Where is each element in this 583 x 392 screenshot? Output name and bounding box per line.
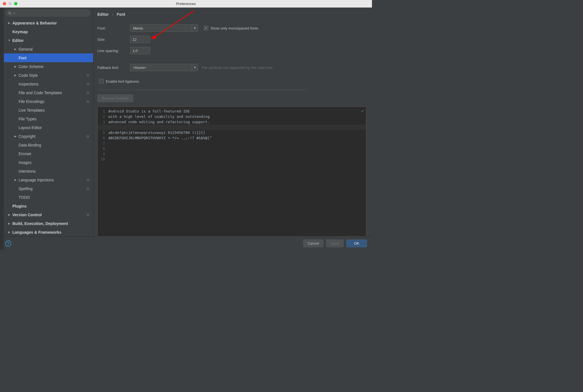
sidebar-item-label: Inspections (19, 82, 39, 86)
sidebar-item-images[interactable]: ▶Images (4, 158, 93, 167)
sidebar-item-label: Images (19, 160, 32, 165)
sidebar-item-label: Version Control (12, 213, 42, 217)
sidebar-item-live-templates[interactable]: ▶Live Templates (4, 106, 93, 114)
sidebar-item-label: Intentions (19, 169, 36, 174)
search-history-icon[interactable]: ▾ (14, 12, 15, 15)
divider (97, 90, 308, 90)
chevron-right-icon: ▶ (14, 48, 17, 51)
sidebar-item-language-injections[interactable]: ▶Language Injections⧉ (4, 175, 93, 184)
sidebar: ▾ ▶Appearance & Behavior▶Keymap▼Editor▶G… (0, 8, 93, 236)
sidebar-item-appearance-behavior[interactable]: ▶Appearance & Behavior (4, 19, 93, 27)
sidebar-item-color-scheme[interactable]: ▶Color Scheme (4, 62, 93, 71)
sidebar-item-languages-frameworks[interactable]: ▶Languages & Frameworks (4, 228, 93, 236)
window-title: Preferences (176, 2, 196, 6)
sidebar-item-label: File Types (19, 117, 37, 121)
font-label: Font: (97, 26, 130, 30)
project-scheme-icon: ⧉ (87, 213, 89, 217)
chevron-right-icon: ▶ (7, 222, 11, 225)
settings-tree: ▶Appearance & Behavior▶Keymap▼Editor▶Gen… (4, 19, 93, 236)
sidebar-item-label: Code Style (19, 73, 38, 78)
sidebar-item-spelling[interactable]: ▶Spelling⧉ (4, 184, 93, 193)
fallback-font-combobox[interactable]: <None> ▼ (130, 64, 198, 71)
cancel-button[interactable]: Cancel (303, 240, 323, 247)
sidebar-item-code-style[interactable]: ▶Code Style⧉ (4, 71, 93, 80)
sidebar-item-label: Spelling (19, 186, 33, 191)
project-scheme-icon: ⧉ (87, 178, 89, 182)
sidebar-item-file-and-code-templates[interactable]: ▶File and Code Templates⧉ (4, 88, 93, 97)
search-icon (8, 12, 12, 15)
sidebar-item-plugins[interactable]: ▶Plugins (4, 202, 93, 210)
breadcrumb-root[interactable]: Editor (97, 12, 109, 17)
sidebar-item-data-binding[interactable]: ▶Data Binding (4, 141, 93, 149)
sidebar-item-file-encodings[interactable]: ▶File Encodings⧉ (4, 97, 93, 106)
sidebar-item-label: Data Binding (19, 143, 41, 147)
checkbox-icon (204, 26, 208, 30)
sidebar-item-layout-editor[interactable]: ▶Layout Editor (4, 123, 93, 132)
minimize-window-icon (8, 2, 12, 5)
sidebar-item-copyright[interactable]: ▶Copyright⧉ (4, 132, 93, 141)
sidebar-item-intentions[interactable]: ▶Intentions (4, 167, 93, 175)
sidebar-item-keymap[interactable]: ▶Keymap (4, 27, 93, 36)
sidebar-item-inspections[interactable]: ▶Inspections⧉ (4, 80, 93, 88)
project-scheme-icon: ⧉ (87, 134, 89, 138)
sidebar-item-label: Build, Execution, Deployment (12, 221, 68, 226)
sidebar-item-editor[interactable]: ▼Editor (4, 36, 93, 45)
chevron-right-icon: ▶ (14, 178, 17, 181)
monospaced-label: Show only monospaced fonts (210, 26, 258, 30)
font-preview-editor[interactable]: 12345678910 Android Studio is a full-fea… (97, 107, 366, 236)
breadcrumb-leaf: Font (117, 12, 125, 17)
project-scheme-icon: ⧉ (87, 82, 89, 86)
project-scheme-icon: ⧉ (87, 73, 89, 77)
sidebar-item-file-types[interactable]: ▶File Types (4, 114, 93, 123)
sidebar-item-label: Live Templates (19, 108, 45, 112)
sidebar-item-label: File Encodings (19, 99, 44, 104)
font-combobox[interactable]: Menlo ▼ (130, 24, 198, 32)
inspection-hector-icon[interactable]: ✔ (362, 109, 364, 113)
svg-point-0 (9, 12, 11, 14)
sidebar-item-todo[interactable]: ▶TODO (4, 193, 93, 202)
breadcrumb: Editor › Font (97, 12, 366, 17)
ligatures-checkbox-row[interactable]: Enable font ligatures (99, 79, 366, 84)
monospaced-checkbox-row[interactable]: Show only monospaced fonts (204, 26, 258, 30)
ok-button[interactable]: OK (346, 240, 367, 247)
sidebar-item-general[interactable]: ▶General (4, 45, 93, 53)
apply-button[interactable]: Apply (326, 240, 344, 247)
current-line-highlight (98, 125, 366, 130)
close-window-icon[interactable] (3, 2, 6, 5)
search-input[interactable]: ▾ (6, 10, 90, 16)
line-spacing-label: Line spacing: (97, 49, 130, 53)
sidebar-item-emmet[interactable]: ▶Emmet (4, 149, 93, 158)
checkbox-icon (99, 79, 104, 84)
sidebar-item-label: Languages & Frameworks (12, 230, 61, 235)
project-scheme-icon: ⧉ (87, 91, 89, 95)
sidebar-item-build-execution-deployment[interactable]: ▶Build, Execution, Deployment (4, 219, 93, 228)
chevron-down-icon: ▼ (7, 39, 11, 42)
line-spacing-input[interactable] (130, 47, 150, 54)
dropdown-icon: ▼ (192, 25, 198, 31)
titlebar: Preferences (0, 0, 372, 8)
chevron-right-icon: › (112, 12, 113, 17)
background-leftbar (0, 8, 4, 250)
dialog-footer: ? Cancel Apply OK (0, 236, 372, 250)
sidebar-item-version-control[interactable]: ▶Version Control⧉ (4, 210, 93, 219)
sidebar-item-font[interactable]: ▶Font (4, 53, 93, 62)
sidebar-item-label: Editor (12, 38, 24, 43)
settings-panel: Editor › Font Font: Menlo ▼ Show only mo… (93, 8, 372, 236)
sidebar-item-label: Emmet (19, 152, 31, 156)
sidebar-item-label: File and Code Templates (19, 91, 62, 95)
sidebar-item-label: TODO (19, 195, 30, 200)
help-button[interactable]: ? (5, 240, 11, 247)
svg-line-1 (10, 14, 11, 15)
sidebar-item-label: General (19, 47, 33, 51)
chevron-right-icon: ▶ (7, 21, 11, 24)
chevron-right-icon: ▶ (7, 231, 11, 234)
sidebar-item-label: Layout Editor (19, 125, 42, 130)
zoom-window-icon[interactable] (14, 2, 17, 5)
restore-defaults-button[interactable]: Restore Defaults (97, 94, 133, 102)
chevron-right-icon: ▶ (14, 74, 17, 77)
size-input[interactable] (130, 36, 150, 43)
font-value: Menlo (130, 26, 192, 30)
sidebar-item-label: Language Injections (19, 178, 54, 182)
ligatures-label: Enable font ligatures (106, 79, 139, 84)
fallback-label: Fallback font: (97, 66, 130, 70)
